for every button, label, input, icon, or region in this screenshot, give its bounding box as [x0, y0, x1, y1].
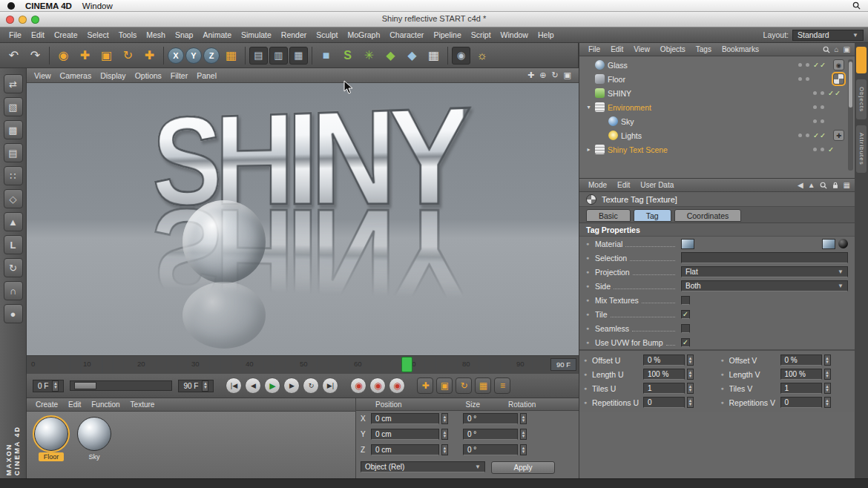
scale-tool-button[interactable]: ▣ [96, 45, 116, 66]
position-x-field[interactable]: 0 cm [371, 413, 439, 424]
viewport-menu-display[interactable]: Display [100, 71, 125, 80]
stepper-icon[interactable]: ▲▼ [441, 429, 448, 440]
length-v-field[interactable]: 100 % [780, 369, 822, 380]
edges-mode-button[interactable]: ◇ [4, 189, 23, 208]
enabled-check[interactable]: ✓✓ [813, 61, 829, 69]
rotation-h-field[interactable]: 0 ° [463, 413, 518, 424]
object-label[interactable]: Shiny Text Scene [608, 145, 668, 154]
menu-select[interactable]: Select [83, 29, 114, 41]
next-frame-button[interactable]: ▶ [283, 377, 300, 394]
am-menu-userdata[interactable]: User Data [636, 180, 678, 190]
materials-menu-edit[interactable]: Edit [64, 400, 85, 409]
menu-window[interactable]: Window [496, 29, 533, 41]
viewport-menu-options[interactable]: Options [135, 71, 162, 80]
move-tool-button[interactable]: ✚ [75, 45, 95, 66]
add-deformer-button[interactable]: ◆ [381, 45, 401, 66]
timeline-playhead[interactable] [401, 357, 412, 372]
menu-snap[interactable]: Snap [171, 29, 198, 41]
previous-frame-button[interactable]: ◀ [245, 377, 261, 394]
autokeying-button[interactable]: ◉ [369, 377, 386, 394]
redo-button[interactable]: ↷ [25, 45, 45, 66]
offset-v-field[interactable]: 0 % [780, 355, 822, 366]
lock-z-axis-button[interactable]: Z [203, 47, 220, 64]
om-menu-file[interactable]: File [584, 44, 605, 54]
panel-options-icon[interactable]: ▣ [844, 45, 850, 53]
layout-select[interactable]: Standard ▼ [792, 30, 864, 41]
enabled-check[interactable]: ✓ [828, 145, 844, 154]
menu-mograph[interactable]: MoGraph [343, 29, 384, 41]
object-row[interactable]: Sky [579, 114, 855, 128]
add-generator-button[interactable]: ✳ [359, 45, 379, 66]
uvw-bump-checkbox[interactable]: ✓ [681, 338, 690, 347]
macos-menu-window[interactable]: Window [82, 1, 113, 10]
toggle-view-icon[interactable]: ▣ [564, 70, 571, 80]
stepper-icon[interactable]: ▲▼ [824, 369, 831, 380]
render-visibility-dot[interactable] [806, 77, 809, 81]
viewport-menu-view[interactable]: View [34, 71, 51, 80]
render-settings-button[interactable]: ▥ [269, 47, 288, 65]
loop-playback-button[interactable]: ↻ [303, 377, 319, 394]
stepper-icon[interactable]: ▲▼ [824, 355, 831, 366]
length-u-field[interactable]: 100 % [643, 369, 685, 380]
tiles-u-field[interactable]: 1 [643, 383, 685, 394]
pan-view-icon[interactable]: ✚ [527, 70, 534, 80]
object-tree-scrollbar[interactable] [848, 59, 853, 171]
viewport-3d[interactable]: SHINY SHINY [27, 83, 579, 356]
menu-file[interactable]: File [4, 29, 26, 41]
active-layout-tab[interactable] [856, 47, 867, 73]
stepper-icon[interactable]: ▲▼ [824, 397, 831, 408]
rotation-b-field[interactable]: 0 ° [463, 444, 518, 455]
menu-render[interactable]: Render [277, 29, 311, 41]
home-icon[interactable]: ⌂ [835, 45, 839, 53]
coordinate-system-button[interactable]: ▦ [221, 45, 241, 66]
render-visibility-dot[interactable] [806, 133, 809, 137]
render-visibility-dot[interactable] [821, 105, 824, 109]
rotate-view-icon[interactable]: ↻ [551, 70, 558, 80]
viewport-menu-panel[interactable]: Panel [197, 71, 217, 80]
apply-button[interactable]: Apply [491, 461, 555, 474]
timeline-end-frame[interactable]: 90 F [550, 358, 576, 371]
editor-visibility-dot[interactable] [813, 148, 817, 151]
texture-mode-button[interactable]: ▩ [4, 120, 23, 139]
material-preview-sphere[interactable] [34, 417, 68, 451]
rotate-tool-button[interactable]: ↻ [118, 45, 138, 66]
goto-start-button[interactable]: |◀ [226, 377, 242, 394]
target-tag-icon[interactable]: ✚ [833, 130, 844, 141]
editor-visibility-dot[interactable] [813, 91, 817, 95]
frame-slider[interactable] [70, 380, 172, 391]
om-menu-tags[interactable]: Tags [691, 44, 716, 54]
viewport-menu-cameras[interactable]: Cameras [60, 71, 92, 80]
render-visibility-dot[interactable] [821, 91, 824, 95]
editor-visibility-dot[interactable] [798, 63, 802, 67]
search-icon[interactable] [820, 182, 827, 189]
am-menu-edit[interactable]: Edit [613, 180, 634, 190]
stepper-icon[interactable]: ▲▼ [520, 429, 527, 440]
keyframe-selection-button[interactable]: ◉ [389, 377, 405, 394]
window-titlebar[interactable]: Shiny reflective START c4d * [0, 12, 868, 27]
texture-tag-icon[interactable] [833, 73, 844, 85]
rotation-p-field[interactable]: 0 ° [463, 429, 518, 440]
position-z-field[interactable]: 0 cm [371, 444, 439, 455]
editor-visibility-dot[interactable] [798, 77, 802, 81]
end-frame-field[interactable]: 90 F ▲▼ [178, 380, 214, 392]
lock-icon[interactable] [832, 182, 839, 189]
materials-menu-function[interactable]: Function [87, 400, 124, 409]
object-label[interactable]: SHINY [608, 89, 631, 98]
object-row[interactable]: Lights ✓✓ ✚ [579, 128, 855, 142]
enabled-check[interactable]: ✓✓ [828, 89, 844, 97]
add-light-button[interactable]: ☼ [472, 45, 492, 66]
live-selection-button[interactable]: ◉ [53, 45, 73, 66]
object-row[interactable]: Floor [579, 72, 855, 86]
enable-axis-button[interactable]: ↻ [4, 258, 23, 277]
stepper-icon[interactable]: ▲▼ [824, 383, 831, 394]
add-environment-button[interactable]: ◆ [402, 45, 422, 66]
material-link-thumbnail[interactable] [822, 239, 835, 249]
editor-visibility-dot[interactable] [798, 133, 802, 137]
render-visibility-dot[interactable] [821, 119, 824, 123]
key-scale-toggle[interactable]: ▣ [436, 377, 453, 394]
object-label[interactable]: Glass [608, 61, 628, 70]
object-label[interactable]: Environment [608, 103, 651, 112]
key-pla-toggle[interactable]: ≡ [494, 377, 510, 394]
object-label[interactable]: Lights [621, 131, 642, 140]
frame-slider-handle[interactable] [74, 382, 96, 389]
